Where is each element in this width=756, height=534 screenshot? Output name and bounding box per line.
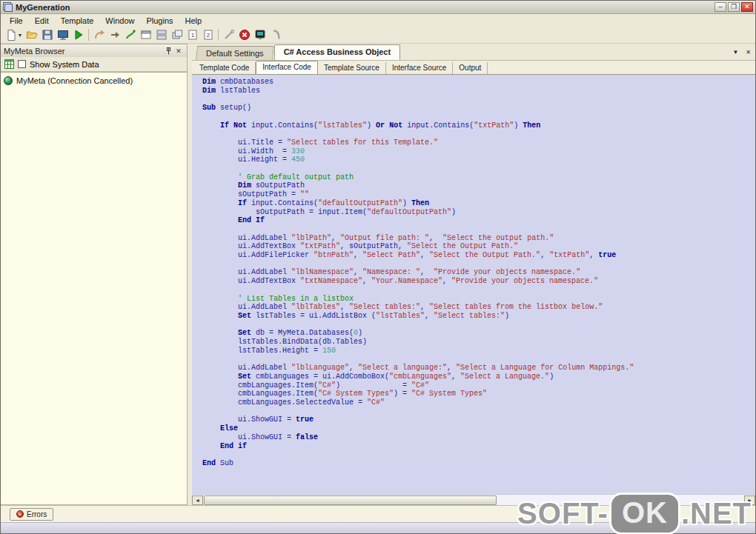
restore-button[interactable]: ❐ bbox=[728, 2, 740, 12]
stop-button[interactable] bbox=[236, 27, 252, 42]
run-script-button[interactable] bbox=[122, 27, 138, 42]
code-line bbox=[202, 130, 755, 138]
code-line: ui.AddLabel "lblPath", "Output file path… bbox=[202, 234, 755, 243]
softok-watermark: SOFT- OK .NET bbox=[517, 495, 752, 533]
code-line bbox=[202, 260, 755, 269]
cascade-windows-button[interactable] bbox=[169, 27, 185, 42]
refresh-button[interactable] bbox=[268, 27, 283, 42]
console-dark-button[interactable] bbox=[252, 27, 268, 42]
code-line: Else bbox=[202, 424, 755, 433]
browser-toolbar: Show System Data bbox=[1, 57, 187, 72]
window-frame-button[interactable] bbox=[138, 27, 153, 42]
save-button[interactable] bbox=[39, 27, 55, 42]
document-tabs: Default SettingsC# Access Business Objec… bbox=[192, 44, 755, 60]
mymeta-browser-header: MyMeta Browser ✕ bbox=[1, 44, 187, 57]
new-template-button[interactable]: ▼ bbox=[4, 27, 24, 42]
show-system-data-checkbox[interactable] bbox=[18, 60, 26, 68]
menu-edit[interactable]: Edit bbox=[29, 16, 55, 26]
view-tab-interface-code[interactable]: Interface Code bbox=[256, 61, 318, 74]
toolbar: ▼12 bbox=[1, 27, 755, 44]
view-tab-template-source[interactable]: Template Source bbox=[318, 62, 386, 74]
code-line: ui.AddLabel "lblNamespace", "Namespace: … bbox=[202, 268, 755, 277]
toolbar-separator bbox=[88, 29, 89, 41]
errors-tab[interactable]: Errors bbox=[10, 508, 53, 521]
connect-button[interactable] bbox=[221, 27, 236, 42]
view-tab-output[interactable]: Output bbox=[453, 62, 488, 74]
code-line: ui.AddLabel "lblLanguage", "Select a lan… bbox=[202, 364, 755, 373]
code-line: cmbLanguages.Item("C#") = "C#" bbox=[202, 381, 755, 390]
code-line: cmbLanguages.SelectedValue = "C#" bbox=[202, 398, 755, 407]
mymeta-tree[interactable]: MyMeta (Connection Cancelled) bbox=[1, 72, 187, 504]
execute-template-button[interactable] bbox=[70, 27, 86, 42]
code-line: lstTables.BindData(db.Tables) bbox=[202, 338, 755, 347]
view-tab-interface-source[interactable]: Interface Source bbox=[386, 62, 453, 74]
code-line: Dim lstTables bbox=[202, 87, 755, 96]
code-line: Dim cmbDatabases bbox=[202, 78, 755, 87]
close-button[interactable]: ✕ bbox=[741, 2, 753, 12]
redo-arrow-button[interactable] bbox=[91, 27, 107, 42]
code-line bbox=[202, 95, 755, 104]
code-line: End Sub bbox=[202, 459, 755, 468]
doc-tab-label: C# Access Business Object bbox=[284, 47, 391, 56]
code-line: sOutputPath = input.Item("defaultOutputP… bbox=[202, 208, 755, 217]
menu-file[interactable]: File bbox=[4, 16, 29, 26]
code-line: ' Grab default output path bbox=[202, 173, 755, 182]
errors-tab-label: Errors bbox=[27, 510, 47, 518]
panel-close-icon[interactable]: ✕ bbox=[173, 46, 184, 56]
menu-plugins[interactable]: Plugins bbox=[140, 16, 179, 26]
code-line: Dim sOutputPath bbox=[202, 181, 755, 190]
open-button[interactable] bbox=[24, 27, 39, 42]
code-line: Set db = MyMeta.Databases(0) bbox=[202, 329, 755, 338]
code-line: sOutputPath = "" bbox=[202, 190, 755, 199]
code-line: Set lstTables = ui.AddListBox ("lstTable… bbox=[202, 312, 755, 321]
title-bar[interactable]: MyGeneration – ❐ ✕ bbox=[1, 1, 755, 14]
code-line bbox=[202, 113, 755, 121]
doc-tab-default-settings[interactable]: Default Settings bbox=[196, 46, 274, 60]
doc-tab-c-access-business-object[interactable]: C# Access Business Object bbox=[274, 44, 401, 60]
menu-window[interactable]: Window bbox=[99, 16, 140, 26]
database-globe-icon bbox=[4, 76, 13, 85]
code-line: ui.AddFilePicker "btnPath", "Select Path… bbox=[202, 251, 755, 260]
code-line bbox=[202, 450, 755, 459]
menu-bar: FileEditTemplateWindowPluginsHelp bbox=[1, 14, 755, 27]
dos-console-button[interactable] bbox=[55, 27, 70, 42]
app-window: MyGeneration – ❐ ✕ FileEditTemplateWindo… bbox=[0, 0, 756, 534]
pin-icon[interactable] bbox=[163, 46, 173, 56]
view-tab-template-code[interactable]: Template Code bbox=[193, 62, 256, 74]
minimize-button[interactable]: – bbox=[714, 2, 726, 12]
mymeta-browser-panel: MyMeta Browser ✕ Show System Data MyMeta… bbox=[1, 44, 188, 505]
document-1-button[interactable]: 1 bbox=[185, 27, 200, 42]
menu-template[interactable]: Template bbox=[55, 16, 100, 26]
code-line: ui.AddLabel "lblTables", "Select tables:… bbox=[202, 303, 755, 312]
code-editor[interactable]: Dim cmbDatabasesDim lstTables Sub setup(… bbox=[192, 74, 755, 494]
code-line bbox=[202, 286, 755, 295]
code-line bbox=[202, 356, 755, 364]
dropdown-caret-icon[interactable]: ▼ bbox=[18, 33, 23, 38]
panel-title: MyMeta Browser bbox=[4, 47, 163, 56]
scrollbar-thumb[interactable] bbox=[204, 495, 497, 505]
code-line: Set cmbLanguages = ui.AddComboBox("cmbLa… bbox=[202, 373, 755, 381]
code-line: End if bbox=[202, 442, 755, 451]
doc-close-icon[interactable]: ✕ bbox=[743, 47, 754, 58]
menu-help[interactable]: Help bbox=[179, 16, 208, 26]
code-line bbox=[202, 407, 755, 416]
code-line bbox=[202, 225, 755, 234]
document-area: Default SettingsC# Access Business Objec… bbox=[192, 44, 755, 505]
code-line: ui.AddTextBox "txtPath", sOutputPath, "S… bbox=[202, 242, 755, 251]
code-line: Sub setup() bbox=[202, 104, 755, 113]
tree-item-mymeta[interactable]: MyMeta (Connection Cancelled) bbox=[4, 76, 184, 85]
document-2-button[interactable]: 2 bbox=[200, 27, 216, 42]
tile-windows-button[interactable] bbox=[153, 27, 169, 42]
forward-arrow-button[interactable] bbox=[107, 27, 122, 42]
code-line: lstTables.Height = 150 bbox=[202, 347, 755, 356]
code-line: If input.Contains("defaultOutputPath") T… bbox=[202, 199, 755, 208]
svg-text:2: 2 bbox=[206, 32, 210, 39]
main-body: MyMeta Browser ✕ Show System Data MyMeta… bbox=[1, 44, 755, 505]
view-tabs: Template CodeInterface CodeTemplate Sour… bbox=[192, 60, 755, 74]
code-line bbox=[202, 321, 755, 330]
tab-list-dropdown-icon[interactable]: ▼ bbox=[730, 47, 741, 58]
watermark-text-left: SOFT- bbox=[517, 497, 609, 530]
checkbox-label: Show System Data bbox=[30, 60, 99, 69]
scroll-left-icon[interactable]: ◄ bbox=[192, 495, 203, 505]
code-line: ui.AddTextBox "txtNamespace", "Your.Name… bbox=[202, 277, 755, 286]
